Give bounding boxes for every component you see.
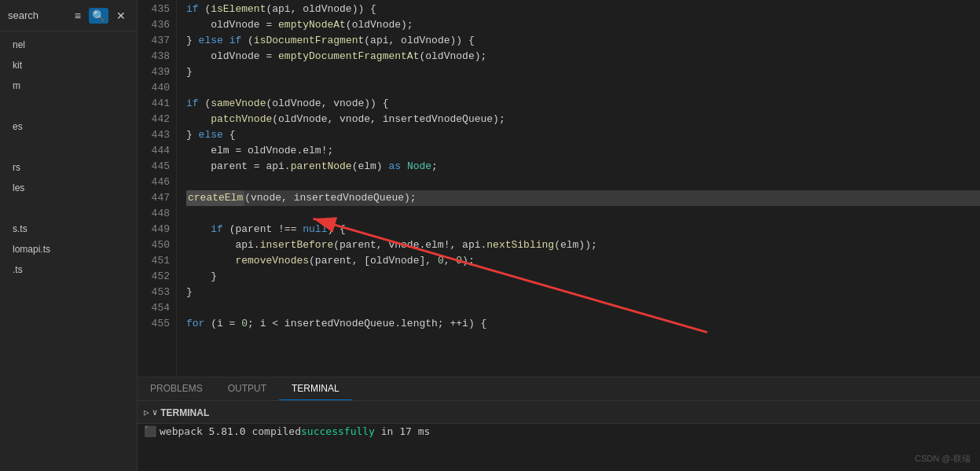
- code-content[interactable]: 435 436 437 438 439 440 441 442 443 444 …: [138, 0, 980, 377]
- panel-tabs: PROBLEMS OUTPUT TERMINAL: [138, 377, 980, 401]
- terminal-label: TERMINAL: [160, 404, 215, 420]
- code-line-443: } else {: [186, 127, 980, 143]
- tab-terminal[interactable]: TERMINAL: [279, 377, 352, 400]
- terminal-suffix-text: in 17 ms: [375, 425, 430, 437]
- tab-output[interactable]: OUTPUT: [215, 377, 279, 400]
- code-line-440: [186, 80, 980, 96]
- file-item[interactable]: m: [0, 75, 137, 96]
- terminal-success-text: successfully: [301, 425, 375, 437]
- main-area: 435 436 437 438 439 440 441 442 443 444 …: [138, 0, 980, 471]
- file-item[interactable]: les: [0, 178, 137, 198]
- file-item[interactable]: rs: [0, 157, 137, 178]
- code-line-441: if (sameVnode(oldVnode, vnode)) {: [186, 96, 980, 112]
- file-item[interactable]: .ts: [0, 259, 137, 280]
- collapse-icon: ∨: [152, 407, 158, 418]
- file-item[interactable]: s.ts: [0, 219, 137, 239]
- terminal-header-row: ▷ ∨ TERMINAL: [138, 401, 980, 424]
- code-line-445: parent = api.parentNode(elm) as Node;: [186, 159, 980, 175]
- terminal-prompt-icon: ⬛: [144, 425, 156, 437]
- terminal-webpack-text: webpack 5.81.0 compiled: [160, 425, 301, 437]
- code-line-450: api.insertBefore(parent, vnode.elm!, api…: [186, 237, 980, 253]
- terminal-output-row: ⬛ webpack 5.81.0 compiled successfully i…: [138, 424, 980, 439]
- code-line-446: [186, 175, 980, 190]
- code-line-453: }: [186, 285, 980, 300]
- line-numbers: 435 436 437 438 439 440 441 442 443 444 …: [138, 0, 177, 377]
- expand-icon: ▷: [144, 407, 149, 418]
- code-line-444: elm = oldVnode.elm!;: [186, 143, 980, 159]
- code-line-454: [186, 300, 980, 316]
- file-item[interactable]: [0, 198, 137, 219]
- sidebar-filter-button[interactable]: ≡: [72, 8, 84, 24]
- code-line-435: if (isElement(api, oldVnode)) {: [186, 2, 980, 17]
- code-line-451: removeVnodes(parent, [oldVnode], 0, 0);: [186, 253, 980, 269]
- file-item[interactable]: lomapi.ts: [0, 239, 137, 259]
- sidebar-files: nel kit m es rs les s.ts lomapi.ts .ts: [0, 31, 137, 471]
- sidebar-search-button[interactable]: 🔍: [89, 8, 108, 24]
- code-line-452: }: [186, 269, 980, 285]
- code-line-436: oldVnode = emptyNodeAt(oldVnode);: [186, 17, 980, 33]
- code-line-438: oldVnode = emptyDocumentFragmentAt(oldVn…: [186, 49, 980, 64]
- bottom-panel: PROBLEMS OUTPUT TERMINAL ▷ ∨ TERMINAL ⬛ …: [138, 377, 980, 471]
- file-item[interactable]: [0, 96, 137, 116]
- code-line-455: for (i = 0; i < insertedVnodeQueue.lengt…: [186, 316, 980, 332]
- sidebar: search ≡ 🔍 ✕ nel kit m es rs les s.ts lo…: [0, 0, 138, 471]
- sidebar-title: search: [8, 9, 72, 21]
- code-line-437: } else if (isDocumentFragment(api, oldVn…: [186, 33, 980, 49]
- code-line-439: }: [186, 64, 980, 80]
- code-line-442: patchVnode(oldVnode, vnode, insertedVnod…: [186, 112, 980, 127]
- sidebar-header: search ≡ 🔍 ✕: [0, 0, 137, 31]
- file-item[interactable]: kit: [0, 55, 137, 75]
- file-item[interactable]: es: [0, 116, 137, 137]
- sidebar-close-button[interactable]: ✕: [113, 8, 129, 24]
- app-container: search ≡ 🔍 ✕ nel kit m es rs les s.ts lo…: [0, 0, 980, 471]
- tab-problems[interactable]: PROBLEMS: [138, 377, 215, 400]
- code-editor: 435 436 437 438 439 440 441 442 443 444 …: [138, 0, 980, 377]
- code-lines: if (isElement(api, oldVnode)) { oldVnode…: [177, 0, 980, 377]
- watermark: CSDN @-联瑞: [915, 453, 971, 465]
- code-line-449: if (parent !== null) {: [186, 222, 980, 237]
- code-line-448: [186, 206, 980, 222]
- file-item[interactable]: nel: [0, 35, 137, 55]
- sidebar-header-icons: ≡ 🔍 ✕: [72, 8, 129, 24]
- code-line-447: createElm(vnode, insertedVnodeQueue);: [186, 190, 980, 206]
- file-item[interactable]: [0, 137, 137, 157]
